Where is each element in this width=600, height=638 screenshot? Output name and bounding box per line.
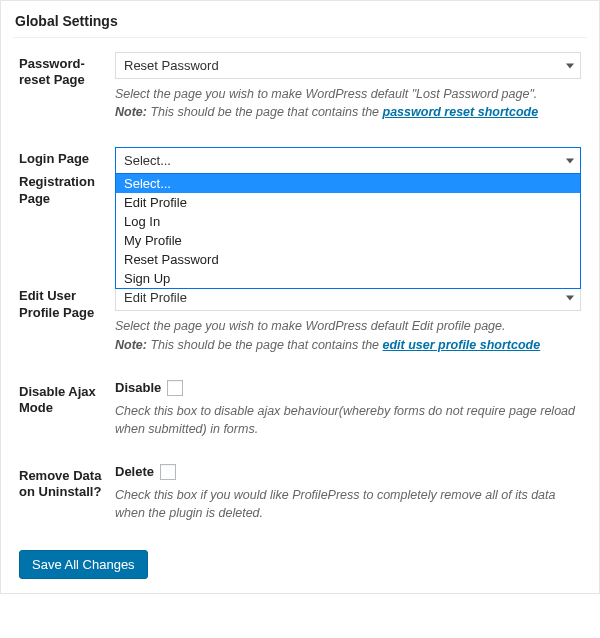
chevron-down-icon: [566, 295, 574, 300]
edit-profile-select-value: Edit Profile: [124, 290, 187, 305]
login-option[interactable]: Edit Profile: [116, 193, 580, 212]
ajax-checkbox[interactable]: [167, 380, 183, 396]
panel-title: Global Settings: [13, 9, 587, 38]
uninstall-caption: Delete: [115, 464, 154, 479]
chevron-down-icon: [566, 63, 574, 68]
password-reset-select-value: Reset Password: [124, 58, 219, 73]
password-reset-desc: Select the page you wish to make WordPre…: [115, 85, 581, 121]
label-login: Login Page: [19, 147, 115, 167]
ajax-desc: Check this box to disable ajax behaviour…: [115, 402, 581, 438]
row-password-reset: Password-reset Page Reset Password Selec…: [19, 52, 581, 121]
chevron-down-icon: [566, 158, 574, 163]
row-uninstall: Remove Data on Uninstall? Delete Check t…: [19, 464, 581, 522]
uninstall-desc: Check this box if you would like Profile…: [115, 486, 581, 522]
label-edit-profile: Edit User Profile Page: [19, 284, 115, 321]
row-edit-profile: Edit User Profile Page Edit Profile Sele…: [19, 284, 581, 353]
login-select-value: Select...: [124, 153, 171, 168]
save-button[interactable]: Save All Changes: [19, 550, 148, 579]
edit-profile-shortcode-link[interactable]: edit user profile shortcode: [383, 338, 541, 352]
label-uninstall: Remove Data on Uninstall?: [19, 464, 115, 501]
ajax-caption: Disable: [115, 380, 161, 395]
row-ajax: Disable Ajax Mode Disable Check this box…: [19, 380, 581, 438]
label-ajax: Disable Ajax Mode: [19, 380, 115, 417]
login-option[interactable]: Reset Password: [116, 250, 580, 269]
login-dropdown: Select... Edit Profile Log In My Profile…: [115, 173, 581, 289]
label-password-reset: Password-reset Page: [19, 52, 115, 89]
password-reset-shortcode-link[interactable]: password reset shortcode: [383, 105, 539, 119]
login-option[interactable]: Sign Up: [116, 269, 580, 288]
login-option[interactable]: Log In: [116, 212, 580, 231]
edit-profile-desc: Select the page you wish to make WordPre…: [115, 317, 581, 353]
label-registration: Registration Page: [19, 170, 115, 207]
login-option[interactable]: Select...: [116, 174, 580, 193]
uninstall-checkbox[interactable]: [160, 464, 176, 480]
password-reset-select[interactable]: Reset Password: [115, 52, 581, 79]
login-option[interactable]: My Profile: [116, 231, 580, 250]
settings-panel: Global Settings Password-reset Page Rese…: [0, 0, 600, 594]
